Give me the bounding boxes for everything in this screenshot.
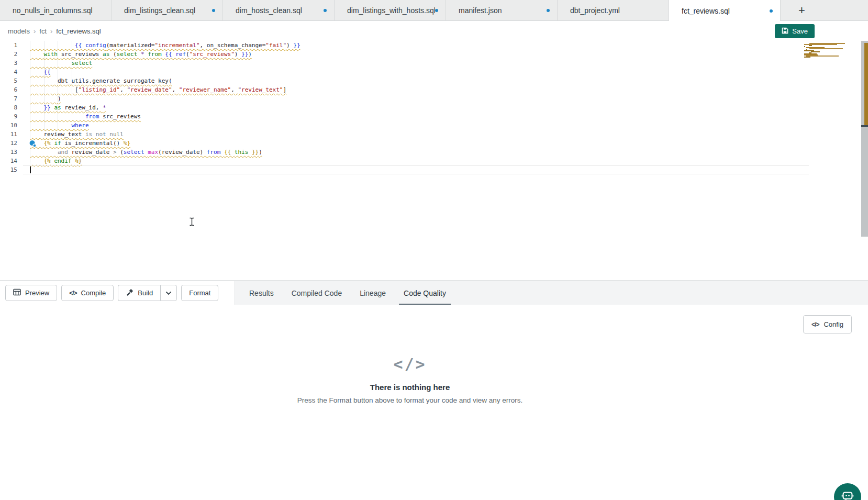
panel-tab-code-quality[interactable]: Code Quality (399, 281, 451, 305)
line-number: 6 (0, 85, 17, 94)
code-token: "incremental" (154, 42, 199, 49)
line-number: 2 (0, 50, 17, 59)
code-token: is_incremental() (64, 140, 124, 147)
file-tab-dbt_project.yml[interactable]: dbt_project.yml (558, 0, 669, 21)
new-tab-button[interactable]: + (798, 5, 805, 16)
file-tab-label: dbt_project.yml (570, 6, 620, 15)
file-tab-bar: no_nulls_in_columns.sqldim_listings_clea… (0, 0, 868, 21)
minimap-line (804, 57, 810, 58)
format-label: Format (189, 289, 210, 297)
code-token: {{ config (75, 42, 106, 49)
file-tab-dim_listings_clean.sql[interactable]: dim_listings_clean.sql (112, 0, 223, 21)
code-line-14: {% endif %} (30, 157, 82, 165)
build-label: Build (138, 289, 153, 297)
empty-state-title: There is nothing here (0, 383, 820, 392)
breadcrumb-item[interactable]: fct (39, 27, 47, 35)
code-token: select (124, 149, 148, 155)
code-token: review_text (44, 131, 85, 138)
code-token: as (103, 51, 113, 58)
compile-button[interactable]: </> Compile (61, 285, 114, 301)
code-token: [ (75, 86, 79, 93)
code-token: %} (124, 140, 130, 147)
code-token: ] (283, 86, 286, 93)
breadcrumb-item[interactable]: models (8, 27, 30, 35)
preview-button[interactable]: Preview (5, 285, 57, 301)
file-tab-dim_hosts_clean.sql[interactable]: dim_hosts_clean.sql (223, 0, 335, 21)
file-tab-dim_listings_with_hosts.sql[interactable]: dim_listings_with_hosts.sql (335, 0, 446, 21)
code-line-4: {{ (30, 68, 51, 76)
breadcrumb-item[interactable]: fct_reviews.sql (56, 27, 101, 35)
line-number: 14 (0, 157, 17, 165)
bottom-toolbar: Preview </> Compile Build Format Results… (0, 280, 868, 305)
file-tab-label: manifest.json (459, 6, 502, 15)
code-token: as (54, 104, 64, 111)
file-tab-fct_reviews.sql[interactable]: fct_reviews.sql (669, 0, 781, 21)
preview-label: Preview (25, 289, 49, 297)
panel-tab-strip: ResultsCompiled CodeLineageCode Quality (235, 281, 868, 305)
code-token: review_date (71, 149, 113, 155)
minimap[interactable] (802, 43, 861, 59)
code-token: select (71, 60, 92, 66)
code-token: , (231, 86, 238, 93)
empty-state: </> There is nothing here Press the Form… (0, 355, 820, 404)
unsaved-changes-dot-icon (435, 9, 438, 12)
save-button[interactable]: Save (775, 24, 815, 38)
code-token: from (148, 51, 165, 58)
code-token: "fail" (265, 42, 286, 49)
format-button[interactable]: Format (181, 285, 218, 301)
build-button[interactable]: Build (118, 285, 160, 301)
minimap-line (811, 51, 820, 52)
code-token: src_reviews (61, 51, 103, 58)
file-tab-manifest.json[interactable]: manifest.json (446, 0, 558, 21)
code-token: is not null (85, 131, 124, 138)
compile-label: Compile (81, 289, 106, 297)
panel-tab-results[interactable]: Results (244, 281, 279, 305)
breadcrumb-separator-icon: › (34, 27, 36, 35)
file-tab-no_nulls_in_columns.sql[interactable]: no_nulls_in_columns.sql (0, 0, 112, 21)
code-token: where (71, 122, 88, 129)
code-editor[interactable]: 123456789101112131415 {{ config(material… (0, 41, 868, 264)
config-button[interactable]: </> Config (803, 315, 852, 334)
line-number: 10 (0, 121, 17, 130)
code-line-1: {{ config(materialized="incremental", on… (30, 41, 301, 50)
line-number: 4 (0, 68, 17, 76)
code-line-12: {% if is_incremental() %} (30, 139, 130, 148)
code-token: ) (286, 42, 293, 49)
lightbulb-autofix-icon[interactable] (29, 140, 37, 150)
panel-tab-lineage[interactable]: Lineage (355, 281, 391, 305)
code-token: {{ ref (165, 51, 186, 58)
code-brackets-icon: </> (811, 321, 819, 328)
line-number: 5 (0, 76, 17, 85)
code-token: (materialized= (106, 42, 155, 49)
minimap-line (804, 46, 805, 47)
overview-ruler-cursor-marker (861, 125, 868, 127)
line-number: 12 (0, 139, 17, 148)
code-token: ) (235, 51, 241, 58)
line-number: 13 (0, 148, 17, 157)
code-line-3: select (30, 59, 92, 68)
code-token: ( (120, 149, 124, 155)
code-token: from (207, 149, 224, 155)
code-token: }} (241, 51, 248, 58)
hammer-icon (126, 288, 133, 298)
code-brackets-icon: </> (69, 290, 76, 297)
minimap-line (809, 48, 843, 49)
code-token: > (113, 149, 120, 155)
code-token: with (44, 51, 61, 58)
code-token: ) (259, 149, 262, 155)
code-token: }} (44, 104, 54, 111)
code-line-13: and review_date > (select max(review_dat… (30, 148, 262, 157)
code-token: * (103, 104, 106, 111)
code-quality-panel: </> Config </> There is nothing here Pre… (0, 305, 868, 500)
code-token: {{ (224, 149, 235, 155)
code-line-10: where (30, 121, 89, 130)
code-token: , (120, 86, 127, 93)
save-label: Save (792, 27, 808, 35)
text-caret (30, 166, 31, 173)
panel-tab-compiled-code[interactable]: Compiled Code (287, 281, 347, 305)
build-dropdown-button[interactable] (160, 285, 177, 301)
file-tab-label: dim_hosts_clean.sql (236, 6, 302, 15)
code-line-9: from src_reviews (30, 112, 141, 121)
code-token: }} (293, 42, 300, 49)
mouse-ibeam-cursor (189, 217, 195, 228)
